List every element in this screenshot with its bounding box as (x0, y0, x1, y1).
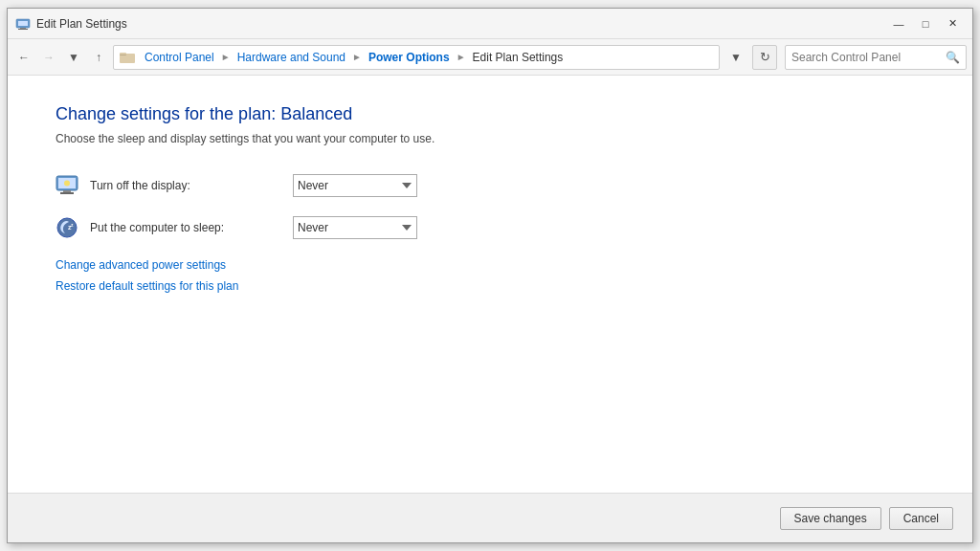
monitor-icon (56, 174, 78, 197)
search-input[interactable] (791, 51, 946, 64)
sleep-setting-select[interactable]: Never 1 minute 2 minutes 3 minutes 5 min… (293, 216, 417, 239)
forward-button[interactable]: → (38, 47, 59, 68)
breadcrumb-hardware-sound[interactable]: Hardware and Sound (234, 49, 349, 66)
search-icon: 🔍 (946, 51, 960, 64)
nav-bar: ← → ▼ ↑ Control Panel ► Hardware and Sou… (8, 39, 972, 76)
sleep-setting-label: Put the computer to sleep: (90, 221, 281, 234)
bottom-bar: Save changes Cancel (8, 493, 972, 542)
search-box: 🔍 (785, 45, 967, 70)
svg-rect-3 (18, 29, 28, 30)
main-window: Edit Plan Settings — □ ✕ ← → ▼ ↑ Control… (7, 8, 973, 543)
display-setting-label: Turn off the display: (90, 179, 281, 192)
minimize-button[interactable]: — (886, 14, 911, 33)
title-bar: Edit Plan Settings — □ ✕ (8, 9, 972, 39)
cancel-button[interactable]: Cancel (889, 507, 953, 530)
breadcrumb-dropdown-button[interactable]: ▼ (725, 47, 746, 68)
window-icon (15, 16, 31, 32)
breadcrumb-sep-1: ► (220, 52, 232, 62)
display-setting-select[interactable]: Never 1 minute 2 minutes 5 minutes 10 mi… (293, 174, 417, 197)
display-setting-row: Turn off the display: Never 1 minute 2 m… (56, 174, 924, 197)
breadcrumb-bar: Control Panel ► Hardware and Sound ► Pow… (113, 45, 720, 70)
svg-rect-6 (120, 53, 126, 55)
breadcrumb-power-options[interactable]: Power Options (365, 49, 454, 66)
back-button[interactable]: ← (13, 47, 34, 68)
svg-point-11 (64, 181, 70, 187)
restore-defaults-link[interactable]: Restore default settings for this plan (56, 279, 924, 293)
refresh-button[interactable]: ↻ (752, 45, 777, 70)
page-title: Change settings for the plan: Balanced (56, 104, 924, 124)
up-button[interactable]: ↑ (88, 47, 109, 68)
title-bar-left: Edit Plan Settings (15, 16, 127, 32)
sleep-icon: z z (56, 216, 78, 239)
svg-rect-9 (63, 190, 71, 192)
save-changes-button[interactable]: Save changes (780, 507, 881, 530)
close-button[interactable]: ✕ (940, 14, 965, 33)
dropdown-recent-button[interactable]: ▼ (63, 47, 84, 68)
breadcrumb-current: Edit Plan Settings (469, 49, 568, 66)
main-content: Change settings for the plan: Balanced C… (8, 76, 972, 493)
breadcrumb-sep-2: ► (351, 52, 363, 62)
maximize-button[interactable]: □ (913, 14, 938, 33)
breadcrumb-control-panel[interactable]: Control Panel (141, 49, 218, 66)
window-controls: — □ ✕ (886, 14, 965, 33)
window-title: Edit Plan Settings (36, 17, 127, 31)
page-subtitle: Choose the sleep and display settings th… (56, 132, 924, 145)
svg-point-12 (57, 218, 77, 237)
sleep-setting-row: z z Put the computer to sleep: Never 1 m… (56, 216, 924, 239)
svg-rect-1 (18, 21, 28, 26)
svg-rect-10 (60, 192, 74, 194)
change-advanced-link[interactable]: Change advanced power settings (56, 258, 924, 272)
breadcrumb-sep-3: ► (456, 52, 467, 62)
folder-icon (120, 50, 135, 65)
links-section: Change advanced power settings Restore d… (56, 258, 924, 293)
